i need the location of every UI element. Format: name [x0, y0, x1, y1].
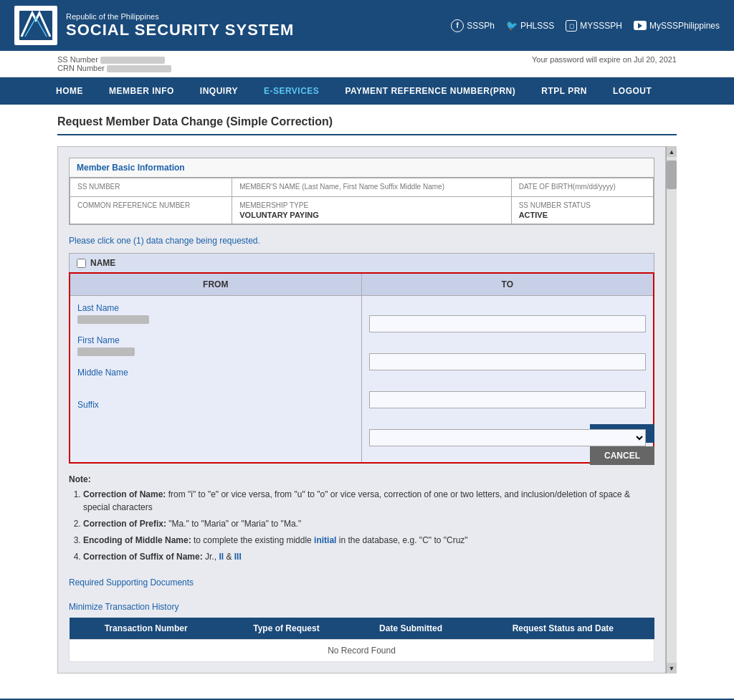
scroll-down-arrow[interactable]: ▼: [667, 663, 677, 673]
first-name-to-input[interactable]: [369, 353, 647, 370]
ss-status-cell: SS NUMBER STATUS ACTIVE: [511, 197, 653, 224]
note-title: Note:: [69, 474, 654, 484]
col-transaction-number: Transaction Number: [70, 618, 223, 640]
twitter-label: PHLSSS: [520, 21, 554, 31]
twitter-icon: 🐦: [506, 20, 518, 31]
user-numbers: SS Number CRN Number: [57, 55, 171, 72]
crn-number-row: CRN Number: [57, 64, 171, 72]
suffix-from-label: Suffix: [77, 400, 354, 410]
ss-number-label: SS Number: [57, 55, 98, 64]
nav-prn[interactable]: PAYMENT REFERENCE NUMBER(PRN): [332, 77, 528, 105]
last-name-from-label: Last Name: [77, 303, 354, 313]
ss-number-row: SS Number: [57, 55, 171, 64]
svg-rect-0: [19, 11, 52, 40]
middle-name-from-row: Middle Name: [77, 368, 354, 391]
facebook-label: SSSPh: [467, 21, 495, 31]
twitter-link[interactable]: 🐦 PHLSSS: [506, 20, 554, 31]
member-basic-info-title: Member Basic Information: [70, 158, 654, 178]
note-4-bold: Correction of Suffix of Name:: [83, 552, 203, 562]
to-header: TO: [362, 274, 654, 296]
last-name-to-label: [369, 303, 647, 313]
first-name-to-row: [369, 341, 647, 370]
navbar: HOME MEMBER INFO INQUIRY E-SERVICES PAYM…: [0, 77, 734, 105]
instagram-link[interactable]: ◻ MYSSSPH: [566, 20, 622, 32]
note-list: Correction of Name: from "i" to "e" or v…: [83, 488, 654, 563]
crn-number-value: [107, 65, 171, 72]
middle-name-to-label: [369, 379, 647, 389]
first-name-blurred: [77, 347, 135, 356]
member-name-cell: MEMBER'S NAME (Last Name, First Name Suf…: [232, 178, 511, 197]
iii-highlight: III: [234, 552, 242, 562]
site-header: Republic of the Philippines SOCIAL SECUR…: [0, 0, 734, 51]
note-2-text: "Ma." to "Maria" or "Maria" to "Ma.": [168, 519, 301, 529]
suffix-to-row: Jr. Sr. II III IV: [369, 417, 647, 446]
facebook-link[interactable]: f SSSPh: [451, 19, 495, 32]
social-links: f SSSPh 🐦 PHLSSS ◻ MYSSSPH MySSSPhilippi…: [451, 19, 720, 32]
initial-highlight: initial: [314, 535, 336, 545]
membership-type-label: MEMBERSHIP TYPE: [239, 201, 503, 209]
sss-logo-icon: [14, 6, 57, 45]
no-record-row: No Record Found: [70, 640, 654, 662]
membership-type-cell: MEMBERSHIP TYPE VOLUNTARY PAYING: [232, 197, 511, 224]
from-column: Last Name First Name Middl: [70, 296, 362, 462]
middle-name-from-value: [77, 380, 354, 391]
suffix-to-select[interactable]: Jr. Sr. II III IV: [369, 429, 647, 446]
nav-logout[interactable]: LOGOUT: [600, 77, 664, 105]
no-record-cell: No Record Found: [70, 640, 654, 662]
nav-rtpl-prn[interactable]: RTPL PRN: [528, 77, 600, 105]
youtube-icon: [634, 21, 647, 30]
ss-status-value: ACTIVE: [519, 211, 646, 219]
middle-name-to-row: [369, 379, 647, 408]
instagram-icon: ◻: [566, 20, 577, 32]
crn-number-label: CRN Number: [57, 64, 105, 72]
name-checkbox[interactable]: [77, 259, 86, 268]
nav-e-services[interactable]: E-SERVICES: [251, 77, 332, 105]
member-info-table: SS NUMBER MEMBER'S NAME (Last Name, Firs…: [70, 178, 654, 224]
member-name-field-label: MEMBER'S NAME (Last Name, First Name Suf…: [239, 183, 503, 191]
ss-number-value: [100, 57, 165, 64]
col-date-submitted: Date Submitted: [350, 618, 472, 640]
scrollbar[interactable]: ▲ ▼: [666, 146, 677, 673]
nav-home[interactable]: HOME: [43, 77, 96, 105]
note-1-bold: Correction of Name:: [83, 489, 166, 499]
password-notice: Your password will expire on Jul 20, 202…: [532, 55, 677, 64]
last-name-blurred: [77, 315, 149, 324]
ss-status-label: SS NUMBER STATUS: [519, 201, 646, 209]
ss-number-field-label: SS NUMBER: [77, 183, 224, 191]
required-docs-link[interactable]: Required Supporting Documents: [69, 577, 654, 588]
crn-field-label: COMMON REFERENCE NUMBER: [77, 201, 224, 209]
note-item-2: Correction of Prefix: "Ma." to "Maria" o…: [83, 517, 654, 530]
youtube-label: MySSSPhilippines: [649, 21, 720, 31]
note-buttons-area: UPLOAD CANCEL Note: Correction of Name: …: [69, 474, 654, 567]
note-3-bold: Encoding of Middle Name:: [83, 535, 191, 545]
minimize-transaction-link[interactable]: Minimize Transaction History: [69, 602, 654, 612]
scroll-thumb[interactable]: [667, 160, 677, 189]
nav-member-info[interactable]: MEMBER INFO: [96, 77, 187, 105]
youtube-link[interactable]: MySSSPhilippines: [634, 21, 720, 31]
republic-line: Republic of the Philippines: [66, 12, 294, 21]
middle-name-from-label: Middle Name: [77, 368, 354, 378]
scroll-up-arrow[interactable]: ▲: [667, 146, 677, 157]
page-title: Request Member Data Change (Simple Corre…: [57, 115, 677, 135]
nav-inquiry[interactable]: INQUIRY: [187, 77, 251, 105]
note-4-text: Jr., II & III: [205, 552, 242, 562]
middle-name-to-input[interactable]: [369, 391, 647, 408]
from-header: FROM: [70, 274, 362, 296]
first-name-from-row: First Name: [77, 335, 354, 359]
ss-number-cell: SS NUMBER: [70, 178, 232, 197]
suffix-from-row: Suffix: [77, 400, 354, 423]
col-type-of-request: Type of Request: [223, 618, 350, 640]
last-name-to-input[interactable]: [369, 315, 647, 332]
first-name-from-value: [77, 347, 354, 359]
logo-section: Republic of the Philippines SOCIAL SECUR…: [14, 6, 294, 45]
first-name-from-label: First Name: [77, 335, 354, 345]
col-request-status: Request Status and Date: [472, 618, 654, 640]
suffix-to-label: [369, 417, 647, 427]
note-1-text: from "i" to "e" or vice versa, from "u" …: [83, 489, 630, 512]
sss-name: SOCIAL SECURITY SYSTEM: [66, 21, 294, 39]
dob-cell: DATE OF BIRTH(mm/dd/yyyy): [511, 178, 653, 197]
name-checkbox-label: NAME: [90, 258, 115, 268]
last-name-to-row: [369, 303, 647, 332]
to-column: Jr. Sr. II III IV: [362, 296, 654, 462]
user-bar: SS Number CRN Number Your password will …: [0, 51, 734, 77]
